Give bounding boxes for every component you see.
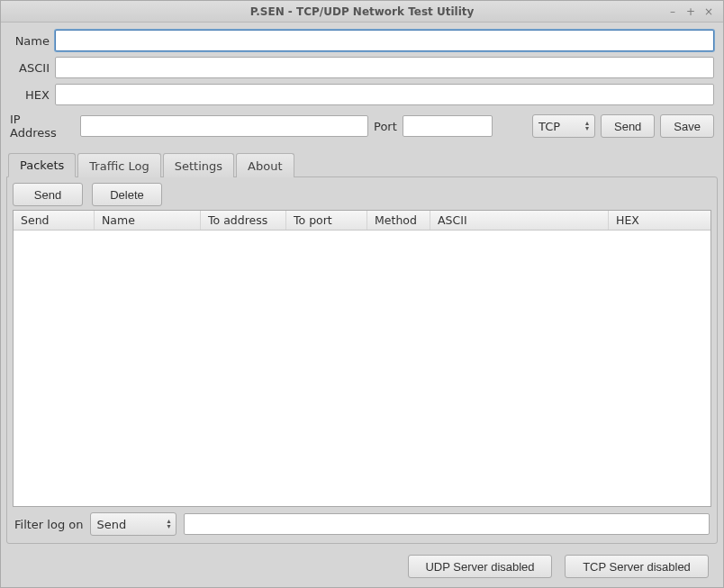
window-controls: – + ×	[667, 1, 719, 23]
tab-settings[interactable]: Settings	[163, 153, 234, 177]
ip-label: IP Address	[10, 113, 75, 140]
app-window: P.SEN - TCP/UDP Network Test Utility – +…	[0, 0, 724, 588]
tab-traffic-log[interactable]: Traffic Log	[77, 153, 160, 177]
tab-panel-packets: Send Delete Send Name To address To port…	[6, 176, 718, 544]
filter-selected: Send	[96, 518, 126, 531]
col-method[interactable]: Method	[367, 211, 430, 230]
name-label: Name	[10, 34, 55, 48]
port-label: Port	[374, 120, 397, 133]
send-button[interactable]: Send	[601, 114, 655, 138]
filter-select[interactable]: Send ▴▾	[90, 512, 176, 536]
col-name[interactable]: Name	[95, 211, 201, 230]
udp-server-button[interactable]: UDP Server disabled	[408, 555, 552, 578]
name-input[interactable]	[55, 30, 714, 51]
filter-row: Filter log on Send ▴▾	[13, 507, 711, 538]
protocol-value: TCP	[538, 120, 560, 133]
col-ascii[interactable]: ASCII	[430, 211, 609, 230]
ip-address-input[interactable]	[80, 115, 368, 137]
panel-send-button[interactable]: Send	[13, 183, 83, 206]
hex-input[interactable]	[55, 84, 714, 105]
maximize-icon[interactable]: +	[685, 6, 696, 17]
tab-packets[interactable]: Packets	[8, 153, 76, 177]
col-send[interactable]: Send	[14, 211, 95, 230]
titlebar: P.SEN - TCP/UDP Network Test Utility – +…	[1, 1, 723, 23]
close-icon[interactable]: ×	[703, 6, 714, 17]
spinner-arrows-icon: ▴▾	[167, 519, 170, 529]
hex-label: HEX	[10, 88, 55, 102]
col-hex[interactable]: HEX	[609, 211, 710, 230]
table-body[interactable]	[14, 231, 710, 506]
col-to-port[interactable]: To port	[286, 211, 367, 230]
tabs-area: Packets Traffic Log Settings About Send …	[1, 145, 723, 587]
panel-delete-button[interactable]: Delete	[92, 183, 162, 206]
col-to-address[interactable]: To address	[201, 211, 286, 230]
filter-text-input[interactable]	[184, 513, 710, 535]
ascii-input[interactable]	[55, 57, 714, 78]
spinner-arrows-icon: ▴▾	[585, 121, 589, 131]
form-area: Name ASCII HEX IP Address Port TCP ▴▾ Se…	[1, 23, 723, 145]
tcp-server-button[interactable]: TCP Server disabled	[565, 555, 709, 578]
port-input[interactable]	[403, 115, 493, 137]
packets-table: Send Name To address To port Method ASCI…	[13, 210, 711, 507]
table-header: Send Name To address To port Method ASCI…	[14, 211, 710, 231]
tabbar: Packets Traffic Log Settings About	[6, 152, 718, 176]
panel-toolbar: Send Delete	[13, 183, 711, 206]
tab-about[interactable]: About	[236, 153, 294, 177]
ascii-label: ASCII	[10, 61, 55, 75]
protocol-select[interactable]: TCP ▴▾	[532, 114, 595, 138]
filter-label: Filter log on	[14, 518, 83, 531]
window-title: P.SEN - TCP/UDP Network Test Utility	[1, 5, 723, 18]
footer: UDP Server disabled TCP Server disabled	[6, 549, 718, 587]
save-button[interactable]: Save	[660, 114, 714, 138]
minimize-icon[interactable]: –	[667, 6, 678, 17]
